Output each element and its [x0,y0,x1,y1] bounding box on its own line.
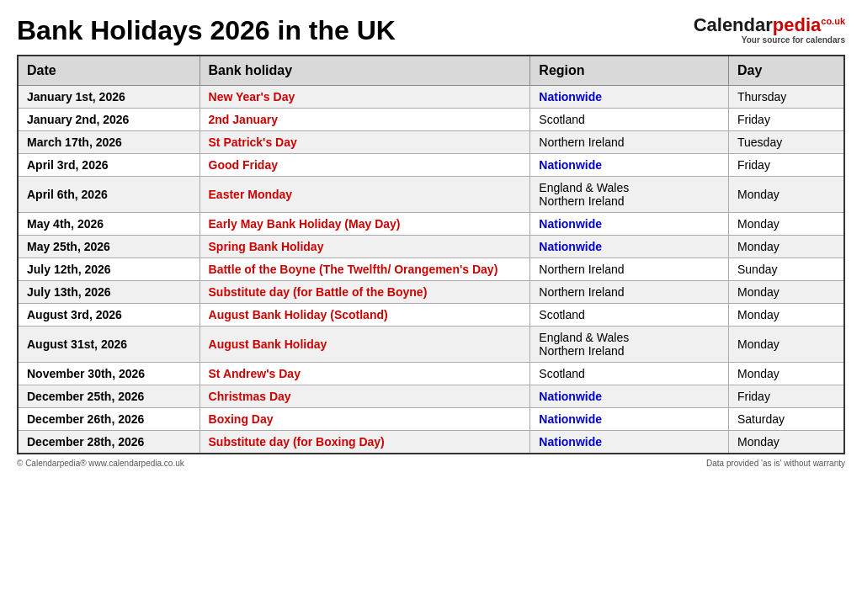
cell-day: Monday [729,236,845,258]
cell-holiday: Easter Monday [200,177,530,213]
cell-date: January 1st, 2026 [18,86,200,109]
cell-date: August 3rd, 2026 [18,304,200,327]
table-row: January 2nd, 20262nd JanuaryScotlandFrid… [18,109,844,131]
cell-day: Monday [729,281,845,304]
cell-region: Scotland [530,304,729,327]
cell-holiday: August Bank Holiday (Scotland) [200,304,530,327]
cell-region: Nationwide [530,236,729,258]
logo-domain-sup: co.uk [821,16,845,26]
table-row: May 4th, 2026Early May Bank Holiday (May… [18,213,844,236]
cell-region: Nationwide [530,431,729,454]
cell-holiday: Good Friday [200,154,530,177]
table-row: December 28th, 2026Substitute day (for B… [18,431,844,454]
table-row: July 13th, 2026Substitute day (for Battl… [18,281,844,304]
cell-day: Friday [729,385,845,408]
cell-region: Nationwide [530,408,729,431]
cell-region: Nationwide [530,86,729,109]
cell-date: December 28th, 2026 [18,431,200,454]
cell-day: Monday [729,327,845,363]
cell-holiday: 2nd January [200,109,530,131]
cell-holiday: Substitute day (for Battle of the Boyne) [200,281,530,304]
header-day: Day [729,56,845,86]
cell-date: July 12th, 2026 [18,258,200,281]
footer: © Calendarpedia® www.calendarpedia.co.uk… [17,459,845,468]
table-row: December 26th, 2026Boxing DayNationwideS… [18,408,844,431]
table-row: December 25th, 2026Christmas DayNationwi… [18,385,844,408]
table-row: March 17th, 2026St Patrick's DayNorthern… [18,131,844,154]
cell-holiday: Early May Bank Holiday (May Day) [200,213,530,236]
cell-date: January 2nd, 2026 [18,109,200,131]
footer-left: © Calendarpedia® www.calendarpedia.co.uk [17,459,184,468]
cell-region: Nationwide [530,213,729,236]
cell-day: Tuesday [729,131,845,154]
table-row: April 3rd, 2026Good FridayNationwideFrid… [18,154,844,177]
header-area: Bank Holidays 2026 in the UK Calendarped… [17,15,845,46]
logo: Calendarpediaco.uk Your source for calen… [694,15,845,45]
cell-day: Monday [729,363,845,385]
cell-region: Nationwide [530,154,729,177]
cell-day: Sunday [729,258,845,281]
cell-day: Friday [729,109,845,131]
cell-holiday: Christmas Day [200,385,530,408]
table-header-row: Date Bank holiday Region Day [18,56,844,86]
cell-holiday: St Patrick's Day [200,131,530,154]
header-date: Date [18,56,200,86]
cell-holiday: Battle of the Boyne (The Twelfth/ Orange… [200,258,530,281]
cell-date: December 25th, 2026 [18,385,200,408]
cell-region: England & WalesNorthern Ireland [530,177,729,213]
cell-holiday: August Bank Holiday [200,327,530,363]
cell-date: July 13th, 2026 [18,281,200,304]
logo-text: Calendarpediaco.uk [694,14,845,35]
cell-date: May 4th, 2026 [18,213,200,236]
cell-holiday: New Year's Day [200,86,530,109]
logo-calendar: Calendar [694,14,773,35]
table-row: April 6th, 2026Easter MondayEngland & Wa… [18,177,844,213]
header-holiday: Bank holiday [200,56,530,86]
table-row: November 30th, 2026St Andrew's DayScotla… [18,363,844,385]
cell-day: Thursday [729,86,845,109]
cell-date: March 17th, 2026 [18,131,200,154]
cell-day: Monday [729,213,845,236]
table-row: May 25th, 2026Spring Bank HolidayNationw… [18,236,844,258]
cell-holiday: Substitute day (for Boxing Day) [200,431,530,454]
cell-date: November 30th, 2026 [18,363,200,385]
cell-region: Scotland [530,363,729,385]
page-title: Bank Holidays 2026 in the UK [17,15,396,46]
cell-day: Friday [729,154,845,177]
holidays-table: Date Bank holiday Region Day January 1st… [17,55,845,454]
cell-day: Monday [729,431,845,454]
cell-holiday: St Andrew's Day [200,363,530,385]
table-row: July 12th, 2026Battle of the Boyne (The … [18,258,844,281]
table-row: January 1st, 2026New Year's DayNationwid… [18,86,844,109]
cell-region: Northern Ireland [530,131,729,154]
cell-region: Scotland [530,109,729,131]
cell-holiday: Spring Bank Holiday [200,236,530,258]
cell-region: Northern Ireland [530,281,729,304]
cell-holiday: Boxing Day [200,408,530,431]
cell-date: August 31st, 2026 [18,327,200,363]
logo-tagline: Your source for calendars [694,35,845,45]
cell-day: Monday [729,177,845,213]
cell-region: Nationwide [530,385,729,408]
table-row: August 31st, 2026August Bank HolidayEngl… [18,327,844,363]
table-row: August 3rd, 2026August Bank Holiday (Sco… [18,304,844,327]
header-region: Region [530,56,729,86]
cell-date: December 26th, 2026 [18,408,200,431]
cell-region: Northern Ireland [530,258,729,281]
cell-day: Monday [729,304,845,327]
footer-right: Data provided 'as is' without warranty [706,459,845,468]
cell-region: England & WalesNorthern Ireland [530,327,729,363]
cell-day: Saturday [729,408,845,431]
logo-pedia: pedia [773,14,821,35]
cell-date: May 25th, 2026 [18,236,200,258]
cell-date: April 6th, 2026 [18,177,200,213]
cell-date: April 3rd, 2026 [18,154,200,177]
